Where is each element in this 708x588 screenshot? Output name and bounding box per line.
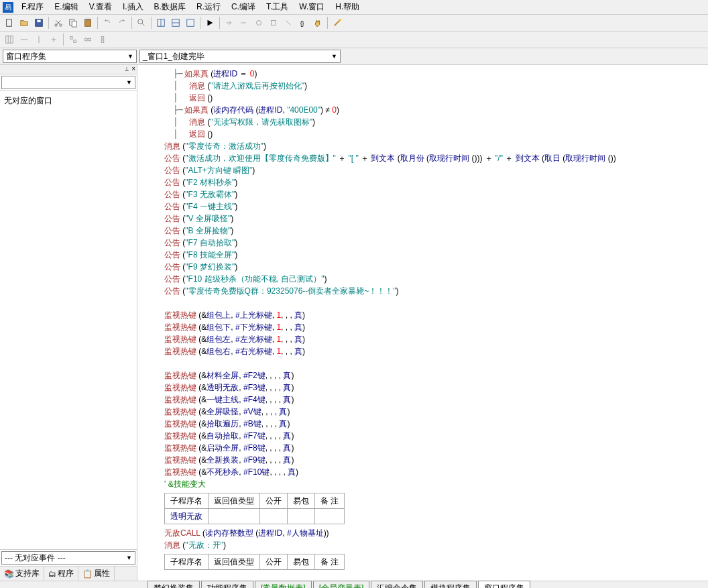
tab-property[interactable]: 📋属性	[78, 567, 115, 581]
left-panel: ⟂ × ▼ 无对应的窗口 --- 无对应事件 ---▼ 📚支持库 🗂程序 📋属性	[0, 65, 137, 581]
layout1-icon[interactable]	[154, 16, 168, 30]
menu-database[interactable]: B.数据库	[149, 1, 191, 13]
svg-rect-14	[187, 19, 194, 27]
menu-insert[interactable]: I.插入	[117, 1, 149, 13]
dist2-icon[interactable]	[81, 33, 95, 46]
tree-icon: 🗂	[48, 569, 56, 579]
svg-rect-24	[70, 37, 73, 40]
svg-rect-25	[74, 40, 76, 43]
layout2-icon[interactable]	[169, 16, 182, 30]
tab-support-lib[interactable]: 📚支持库	[0, 567, 44, 581]
align2-icon[interactable]	[32, 33, 46, 46]
prop-icon: 📋	[82, 569, 93, 579]
code-editor[interactable]: ├─如果真 (进程ID ＝ 0) │ 消息 ("请进入游戏后再按初始化") │ …	[137, 65, 708, 581]
menu-compile[interactable]: C.编译	[226, 1, 261, 13]
find-icon[interactable]	[135, 16, 148, 30]
proc-combo-text: _窗口1_创建完毕	[143, 51, 204, 62]
align1-icon[interactable]	[17, 33, 31, 46]
sub-table-1: 子程序名返回值类型公开易包备 注透明无敌	[164, 493, 345, 524]
separator	[327, 17, 328, 29]
save-icon[interactable]	[32, 16, 46, 30]
tree-area[interactable]: 无对应的窗口	[0, 91, 137, 550]
dist1-icon[interactable]	[66, 33, 80, 46]
btab-const[interactable]: [常量数据表]	[255, 581, 312, 588]
no-window-label: 无对应的窗口	[3, 94, 134, 108]
menu-run[interactable]: R.运行	[191, 1, 226, 13]
app-icon: 易	[3, 2, 13, 13]
svg-rect-19	[6, 36, 13, 44]
svg-rect-2	[37, 20, 40, 23]
left-combo-row: ▼	[0, 74, 137, 91]
step2-icon[interactable]	[237, 16, 251, 30]
grid-icon[interactable]	[3, 33, 16, 46]
svg-point-9	[138, 19, 143, 24]
btab-module[interactable]: 模块程序集	[424, 581, 477, 588]
tab-program[interactable]: 🗂程序	[44, 567, 78, 581]
layout3-icon[interactable]	[184, 16, 197, 30]
open-file-icon[interactable]	[17, 16, 31, 30]
chevron-down-icon: ▼	[126, 554, 132, 561]
window-combo[interactable]: ▼	[1, 76, 135, 89]
btab-global[interactable]: [全局变量表]	[313, 581, 370, 588]
proc-combo[interactable]: _窗口1_创建完毕▼	[139, 50, 341, 63]
menu-help[interactable]: H.帮助	[330, 1, 365, 13]
menu-bar: 易 F.程序 E.编辑 V.查看 I.插入 B.数据库 R.运行 C.编译 T.…	[0, 0, 708, 15]
svg-rect-26	[85, 38, 88, 41]
menu-view[interactable]: V.查看	[84, 1, 117, 13]
menu-tools[interactable]: T.工具	[261, 1, 294, 13]
menu-program[interactable]: F.程序	[16, 1, 49, 13]
step-icon[interactable]	[223, 16, 236, 30]
toolbar-1: {}	[0, 15, 708, 32]
separator	[48, 17, 49, 29]
svg-point-15	[257, 21, 261, 25]
redo-icon[interactable]	[115, 16, 129, 30]
chevron-down-icon: ▼	[331, 53, 337, 60]
step3-icon[interactable]	[252, 16, 266, 30]
svg-rect-16	[272, 21, 276, 25]
cut-icon[interactable]	[52, 16, 65, 30]
svg-text:{}: {}	[300, 20, 304, 27]
close-icon[interactable]: ×	[131, 65, 135, 74]
btab-dream[interactable]: 梦幻换装集	[148, 581, 200, 588]
main-area: ⟂ × ▼ 无对应的窗口 --- 无对应事件 ---▼ 📚支持库 🗂程序 📋属性…	[0, 65, 708, 581]
toolbar-2	[0, 32, 708, 48]
dist3-icon[interactable]	[96, 33, 109, 46]
align3-icon[interactable]	[47, 33, 60, 46]
object-combo[interactable]: 窗口程序集▼	[3, 50, 137, 63]
event-combo[interactable]: --- 无对应事件 ---▼	[1, 551, 135, 565]
svg-rect-27	[88, 38, 91, 41]
combo-row: 窗口程序集▼ _窗口1_创建完毕▼	[0, 48, 708, 65]
step4-icon[interactable]	[267, 16, 280, 30]
menu-edit[interactable]: E.编辑	[49, 1, 83, 13]
svg-rect-0	[7, 19, 12, 27]
step5-icon[interactable]	[282, 16, 295, 30]
separator	[97, 17, 98, 29]
btab-func[interactable]: 功能程序集	[201, 581, 253, 588]
menu-window[interactable]: W.窗口	[294, 1, 330, 13]
paste-icon[interactable]	[81, 16, 95, 30]
run-icon[interactable]	[203, 16, 217, 30]
event-combo-row: --- 无对应事件 ---▼	[0, 550, 137, 566]
svg-rect-29	[101, 40, 104, 43]
hand-icon[interactable]	[311, 16, 324, 30]
chevron-down-icon: ▼	[126, 79, 132, 86]
object-combo-text: 窗口程序集	[6, 51, 46, 62]
book-icon: 📚	[4, 569, 14, 579]
pin-icon[interactable]: ⟂	[125, 65, 129, 74]
separator	[219, 17, 220, 29]
svg-rect-6	[72, 21, 76, 27]
step6-icon[interactable]: {}	[296, 16, 310, 30]
svg-point-18	[339, 19, 342, 21]
dock-bar: ⟂ ×	[0, 65, 137, 74]
left-tabs: 📚支持库 🗂程序 📋属性	[0, 566, 137, 581]
wand-icon[interactable]	[331, 16, 344, 30]
new-file-icon[interactable]	[3, 16, 16, 30]
separator	[131, 17, 132, 29]
btab-window[interactable]: 窗口程序集	[478, 581, 530, 588]
bottom-tabs: 梦幻换装集 功能程序集 [常量数据表] [全局变量表] 汇编命令集 模块程序集 …	[0, 581, 708, 588]
sub-table-2: 子程序名返回值类型公开易包备 注	[164, 554, 345, 570]
undo-icon[interactable]	[101, 16, 114, 30]
svg-rect-8	[86, 19, 89, 21]
btab-asm[interactable]: 汇编命令集	[371, 581, 423, 588]
copy-icon[interactable]	[66, 16, 80, 30]
